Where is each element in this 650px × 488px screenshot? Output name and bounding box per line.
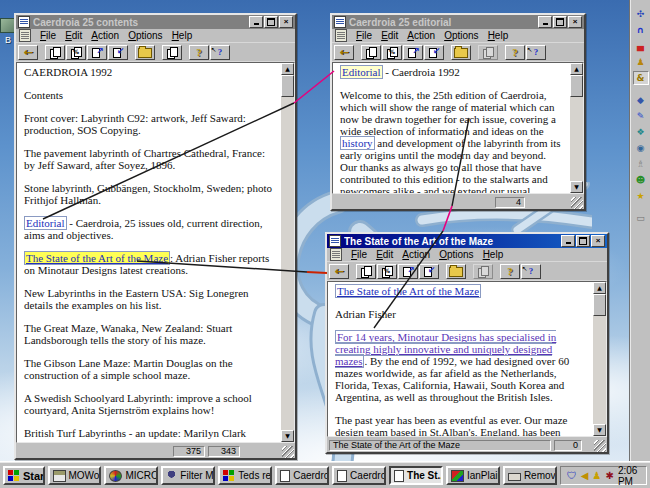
taskbar-item-filter-manager[interactable]: Filter Man... — [161, 466, 215, 485]
editorial-link[interactable]: Editorial — [340, 65, 383, 79]
copy-pages-button[interactable] — [356, 264, 376, 279]
menu-file[interactable]: File — [351, 249, 367, 260]
help-button[interactable]: ? — [505, 45, 525, 60]
launcher-icon-2[interactable]: ∩ — [633, 23, 649, 37]
menu-file[interactable]: File — [40, 30, 56, 41]
scroll-up-icon[interactable]: ▲ — [281, 63, 294, 75]
resize-grip[interactable] — [594, 440, 606, 452]
launcher-icon-1[interactable]: ✣ — [633, 7, 649, 21]
link-forward-button[interactable]: ↗ — [403, 45, 423, 60]
scroll-up-icon[interactable]: ▲ — [593, 282, 606, 294]
taskbar-item-moworks[interactable]: MOWorks — [48, 466, 102, 485]
shield-icon[interactable]: 🛡 — [567, 471, 577, 481]
editorial-link[interactable]: Editorial — [24, 216, 67, 230]
scroll-thumb[interactable] — [570, 75, 583, 97]
system-menu-icon[interactable] — [335, 29, 347, 42]
menu-options[interactable]: Options — [439, 249, 473, 260]
vertical-scrollbar[interactable]: ▲ ▼ — [570, 63, 583, 193]
resize-grip[interactable] — [571, 197, 583, 209]
scroll-thumb[interactable] — [593, 294, 606, 316]
open-button[interactable] — [446, 264, 466, 279]
open-button[interactable] — [451, 45, 471, 60]
menu-options[interactable]: Options — [128, 30, 162, 41]
close-button[interactable]: × — [568, 16, 582, 28]
vertical-scrollbar[interactable]: ▲ ▼ — [593, 282, 606, 436]
minimize-button[interactable] — [538, 16, 552, 28]
taskbar-item-ianplain[interactable]: IanPlain.... — [446, 466, 500, 485]
copy-button[interactable] — [162, 45, 182, 60]
minimize-button[interactable] — [561, 235, 575, 247]
context-help-button[interactable]: ? — [521, 264, 541, 279]
menu-edit[interactable]: Edit — [65, 30, 82, 41]
launcher-icon-5[interactable]: & — [633, 71, 649, 85]
taskbar-item-teds[interactable]: Teds ren... — [218, 466, 272, 485]
maximize-button[interactable] — [576, 235, 590, 247]
context-help-button[interactable]: ? — [210, 45, 230, 60]
menu-help[interactable]: Help — [172, 30, 193, 41]
resize-grip[interactable] — [282, 446, 294, 458]
titlebar[interactable]: Caerdroia 25 editorial × — [332, 15, 584, 29]
scroll-track[interactable] — [570, 97, 583, 181]
taskbar-item-microc[interactable]: MICROC... — [104, 466, 158, 485]
menu-edit[interactable]: Edit — [376, 249, 393, 260]
replace-button[interactable]: % — [377, 264, 397, 279]
scroll-track[interactable] — [281, 97, 294, 430]
launcher-icon-10[interactable]: ♗ — [633, 157, 649, 171]
article-title-link[interactable]: The State of the Art of the Maze — [335, 284, 481, 298]
taskbar-item-state-of-art[interactable]: The St... — [389, 466, 443, 485]
copy-pages-button[interactable] — [45, 45, 65, 60]
scroll-down-icon[interactable]: ▼ — [593, 424, 606, 436]
launcher-icon-6[interactable]: ◆ — [633, 93, 649, 107]
taskbar-item-caerdroia-editorial[interactable]: Caerdroia... — [332, 466, 386, 485]
link-forward-button[interactable]: ↗ — [398, 264, 418, 279]
maximize-button[interactable] — [264, 16, 278, 28]
replace-button[interactable]: % — [382, 45, 402, 60]
copy-pages-button[interactable] — [361, 45, 381, 60]
menu-action[interactable]: Action — [402, 249, 430, 260]
menu-edit[interactable]: Edit — [381, 30, 398, 41]
launcher-icon-4[interactable]: ♟ — [633, 55, 649, 69]
close-button[interactable]: × — [591, 235, 605, 247]
help-button[interactable]: ? — [500, 264, 520, 279]
menu-action[interactable]: Action — [407, 30, 435, 41]
replace-button[interactable]: % — [66, 45, 86, 60]
scroll-down-icon[interactable]: ▼ — [281, 430, 294, 442]
minimize-button[interactable] — [249, 16, 263, 28]
menu-action[interactable]: Action — [91, 30, 119, 41]
scroll-track[interactable] — [593, 316, 606, 424]
close-button[interactable]: × — [279, 16, 293, 28]
scroll-thumb[interactable] — [281, 75, 294, 97]
copy-button[interactable] — [473, 264, 493, 279]
link-return-button[interactable]: ↙ — [419, 264, 439, 279]
menu-help[interactable]: Help — [488, 30, 509, 41]
scroll-up-icon[interactable]: ▲ — [570, 63, 583, 75]
launcher-icon-9[interactable]: ◉ — [633, 141, 649, 155]
link-forward-button[interactable]: ↗ — [87, 45, 107, 60]
menu-file[interactable]: File — [356, 30, 372, 41]
menu-options[interactable]: Options — [444, 30, 478, 41]
launcher-icon-11[interactable]: ☻ — [633, 173, 649, 187]
back-button[interactable]: ← — [18, 45, 38, 60]
vertical-scrollbar[interactable]: ▲ ▼ — [281, 63, 294, 442]
history-link[interactable]: history — [340, 136, 375, 150]
link-return-button[interactable]: ↙ — [424, 45, 444, 60]
titlebar[interactable]: The State of the Art of the Maze × — [327, 234, 607, 248]
person-icon[interactable]: ♟ — [593, 471, 602, 481]
speaker-icon[interactable]: ◀ — [581, 471, 589, 481]
system-menu-icon[interactable] — [19, 29, 31, 42]
taskbar-item-removable[interactable]: Removab... — [503, 466, 557, 485]
help-button[interactable]: ? — [189, 45, 209, 60]
virus-scanner-icon[interactable]: ✱ — [605, 471, 613, 481]
open-button[interactable] — [135, 45, 155, 60]
maximize-button[interactable] — [553, 16, 567, 28]
launcher-icon-12[interactable]: ★ — [633, 189, 649, 203]
back-button[interactable]: ← — [329, 264, 349, 279]
system-menu-icon[interactable] — [330, 248, 342, 261]
menu-help[interactable]: Help — [483, 249, 504, 260]
scroll-down-icon[interactable]: ▼ — [570, 181, 583, 193]
link-return-button[interactable]: ↙ — [108, 45, 128, 60]
launcher-icon-8[interactable]: ❖ — [633, 125, 649, 139]
launcher-icon-7[interactable]: ✎ — [633, 109, 649, 123]
copy-button[interactable] — [478, 45, 498, 60]
state-of-art-link[interactable]: The State of the Art of the Maze — [24, 251, 170, 265]
